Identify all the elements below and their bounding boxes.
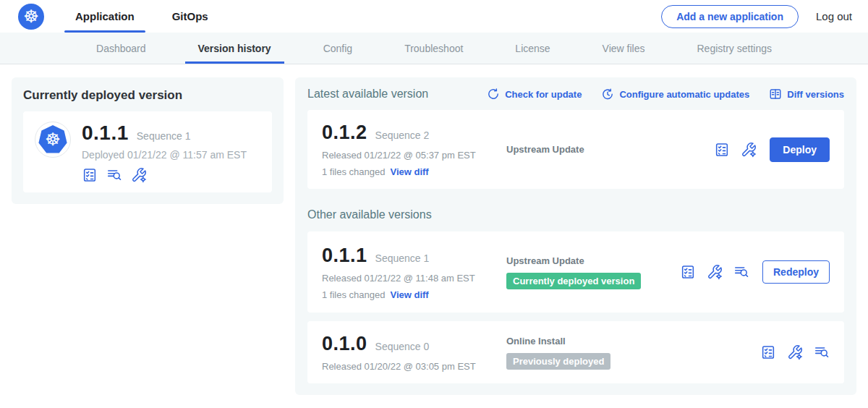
sequence-label: Sequence 1	[375, 252, 430, 264]
view-diff-link[interactable]: View diff	[390, 289, 428, 300]
tab-application-label: Application	[75, 10, 135, 22]
preflight-checks-icon[interactable]	[680, 264, 696, 280]
diff-versions-link[interactable]: Diff versions	[769, 88, 844, 101]
view-diff-link[interactable]: View diff	[390, 166, 428, 177]
version-history-panel: Latest available version Check for updat…	[295, 77, 856, 395]
diff-versions-label: Diff versions	[787, 89, 844, 100]
latest-available-title: Latest available version	[307, 88, 428, 101]
edit-config-icon[interactable]	[131, 167, 147, 183]
top-nav-right: Add a new application Log out	[661, 0, 868, 33]
preflight-checks-icon[interactable]	[714, 142, 730, 158]
currently-deployed-title: Currently deployed version	[23, 88, 272, 103]
released-timestamp: Released 01/21/22 @ 05:37 pm EST	[322, 150, 506, 161]
view-logs-icon[interactable]	[106, 167, 122, 183]
version-source: Upstream Update Currently deployed versi…	[506, 255, 680, 289]
source-label: Upstream Update	[506, 144, 714, 155]
version-number: 0.1.0	[322, 333, 367, 355]
version-card-0-1-0: 0.1.0 Sequence 0 Released 01/20/22 @ 03:…	[307, 321, 844, 383]
top-nav: ☸ Application GitOps Add a new applicati…	[0, 0, 868, 33]
app-logo: ☸	[35, 122, 71, 158]
edit-config-icon[interactable]	[707, 264, 723, 280]
subnav-tab-version-history[interactable]: Version history	[185, 33, 284, 64]
version-number: 0.1.2	[322, 122, 367, 144]
subnav-tab-view-files[interactable]: View files	[590, 33, 658, 64]
version-card-actions	[760, 344, 830, 360]
app-subnav: Dashboard Version history Config Trouble…	[0, 33, 868, 64]
subnav-tab-registry-settings[interactable]: Registry settings	[684, 33, 785, 64]
preflight-checks-icon[interactable]	[760, 344, 776, 360]
files-changed-label: 1 files changed	[322, 289, 385, 300]
main-content: Currently deployed version ☸ 0.1.1 Seque…	[12, 77, 856, 395]
redeploy-button[interactable]: Redeploy	[762, 260, 830, 284]
logout-button[interactable]: Log out	[816, 10, 852, 22]
currently-deployed-panel: Currently deployed version ☸ 0.1.1 Seque…	[12, 77, 284, 204]
version-source: Upstream Update	[506, 144, 714, 155]
view-logs-icon[interactable]	[814, 344, 830, 360]
check-for-update-label: Check for update	[505, 89, 582, 100]
sequence-label: Sequence 2	[375, 129, 430, 141]
deployed-sequence-label: Sequence 1	[137, 130, 191, 142]
kubernetes-logo-icon: ☸	[18, 4, 44, 30]
add-application-button[interactable]: Add a new application	[661, 5, 799, 28]
source-label: Upstream Update	[506, 255, 680, 266]
app-tabs: Application GitOps	[64, 0, 235, 33]
deployed-version-card: ☸ 0.1.1 Sequence 1 Deployed 01/21/22 @ 1…	[23, 111, 272, 192]
edit-config-icon[interactable]	[787, 344, 803, 360]
released-timestamp: Released 01/21/22 @ 11:48 am EST	[322, 273, 506, 284]
tab-application[interactable]: Application	[64, 0, 145, 33]
tab-gitops-label: GitOps	[172, 10, 208, 22]
subnav-tab-config[interactable]: Config	[310, 33, 365, 64]
version-info: 0.1.0 Sequence 0 Released 01/20/22 @ 03:…	[322, 333, 506, 372]
configure-automatic-updates-link[interactable]: Configure automatic updates	[601, 88, 749, 101]
version-card-actions: Deploy	[714, 137, 830, 162]
refresh-icon	[487, 88, 500, 101]
schedule-update-icon	[601, 88, 614, 101]
deploy-button[interactable]: Deploy	[770, 137, 830, 162]
files-changed-label: 1 files changed	[322, 166, 385, 177]
currently-deployed-badge: Currently deployed version	[506, 273, 641, 289]
diff-icon	[769, 88, 782, 101]
previously-deployed-badge: Previously deployed	[506, 353, 610, 370]
edit-config-icon[interactable]	[741, 142, 757, 158]
subnav-tab-dashboard[interactable]: Dashboard	[83, 33, 159, 64]
other-versions-title: Other available versions	[307, 208, 844, 221]
released-timestamp: Released 01/20/22 @ 03:05 pm EST	[322, 361, 506, 372]
version-number: 0.1.1	[322, 245, 367, 267]
version-actions: Check for update Configure automatic upd…	[487, 88, 844, 101]
version-card-0-1-1: 0.1.1 Sequence 1 Released 01/21/22 @ 11:…	[307, 231, 844, 313]
deployed-version-info: 0.1.1 Sequence 1 Deployed 01/21/22 @ 11:…	[82, 122, 247, 183]
version-info: 0.1.1 Sequence 1 Released 01/21/22 @ 11:…	[322, 245, 506, 300]
version-card-0-1-2: 0.1.2 Sequence 2 Released 01/21/22 @ 05:…	[307, 110, 844, 189]
check-for-update-link[interactable]: Check for update	[487, 88, 582, 101]
subnav-tab-license[interactable]: License	[502, 33, 563, 64]
version-info: 0.1.2 Sequence 2 Released 01/21/22 @ 05:…	[322, 122, 506, 177]
configure-automatic-updates-label: Configure automatic updates	[619, 89, 749, 100]
deployed-version-number: 0.1.1	[82, 122, 129, 145]
preflight-checks-icon[interactable]	[82, 167, 98, 183]
tab-gitops[interactable]: GitOps	[161, 0, 219, 33]
version-source: Online Install Previously deployed	[506, 336, 760, 370]
deployed-timestamp: Deployed 01/21/22 @ 11:57 am EST	[82, 149, 247, 161]
kubernetes-app-icon: ☸	[38, 125, 67, 154]
sequence-label: Sequence 0	[375, 341, 430, 352]
source-label: Online Install	[506, 336, 760, 347]
view-logs-icon[interactable]	[733, 264, 749, 280]
version-card-actions: Redeploy	[680, 260, 830, 284]
subnav-tab-troubleshoot[interactable]: Troubleshoot	[391, 33, 476, 64]
